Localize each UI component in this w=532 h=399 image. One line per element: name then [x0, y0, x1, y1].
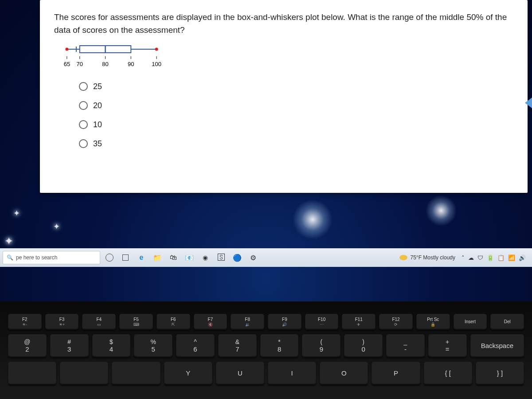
key-f11: F11✈ [342, 314, 376, 330]
radio-icon [79, 139, 88, 148]
key-7: &7 [218, 334, 257, 357]
key-blank [60, 362, 108, 385]
option-20[interactable]: 20 [79, 101, 513, 110]
tick-label: 80 [102, 61, 108, 67]
store-icon[interactable]: 🛍 [167, 251, 180, 264]
key-f10: F10⋯ [305, 314, 339, 330]
key-f8: F8🔉 [231, 314, 264, 330]
app-icon-2[interactable]: 🔵 [231, 251, 244, 264]
task-view-icon[interactable] [119, 251, 132, 264]
key-f12: F12⟳ [379, 314, 413, 330]
svg-point-2 [65, 47, 68, 51]
tick-label: 90 [128, 61, 134, 67]
key-f9: F9🔊 [268, 314, 301, 330]
tick-label: 65 [64, 61, 70, 67]
weather-text: 75°F Mostly cloudy [410, 254, 455, 261]
key-blank [8, 362, 56, 385]
tick-label: 70 [77, 61, 83, 67]
weather-widget[interactable]: 75°F Mostly cloudy [399, 254, 455, 261]
clipboard-icon[interactable]: 📋 [497, 254, 505, 261]
boxplot-chart: 65 70 80 90 100 [54, 43, 169, 70]
search-icon: 🔍 [7, 254, 13, 261]
taskbar-search[interactable]: 🔍 pe here to search [3, 251, 100, 264]
weather-icon [399, 255, 407, 260]
keyboard-number-row: @2#3$4%5^6&7*8(9)0_-+=Backspace [8, 334, 524, 357]
search-placeholder: pe here to search [16, 254, 57, 261]
volume-icon[interactable]: 🔊 [519, 254, 526, 261]
key--: _- [386, 334, 425, 357]
key-u: U [216, 362, 264, 385]
key-2: @2 [8, 334, 47, 357]
key-=: += [428, 334, 467, 357]
radio-icon [79, 82, 88, 91]
chrome-icon[interactable]: ◉ [199, 251, 212, 264]
question-text: The scores for assessments are displayed… [54, 11, 513, 37]
key-backspace: Backspace [470, 334, 524, 357]
cortana-icon[interactable] [103, 251, 116, 264]
key-5: %5 [134, 334, 172, 357]
key-: } ] [476, 362, 524, 385]
key-insert: Insert [454, 314, 487, 330]
keyboard-qwerty-row: YUIOP{ [} ] [8, 362, 524, 385]
key-f3: F3☀+ [45, 314, 79, 330]
security-icon[interactable]: 🛡 [477, 254, 483, 261]
tick-label: 100 [152, 61, 161, 67]
answer-options: 25 20 10 35 [79, 82, 513, 149]
wifi-icon[interactable]: 📶 [508, 254, 515, 261]
key-: { [ [424, 362, 472, 385]
chevron-up-icon[interactable]: ˄ [462, 254, 465, 261]
onedrive-icon[interactable]: ☁ [468, 254, 474, 261]
app-icon-1[interactable]: 🅂 [215, 251, 228, 264]
quiz-card: The scores for assessments are displayed… [40, 0, 528, 193]
key-4: $4 [92, 334, 131, 357]
key-del: Del [490, 314, 524, 330]
key-3: #3 [50, 334, 89, 357]
key-y: Y [164, 362, 212, 385]
option-10[interactable]: 10 [79, 120, 513, 129]
physical-keyboard: F2☀-F3☀+F4▭F5⌨F6⇱F7🔇F8🔉F9🔊F10⋯F11✈F12⟳Pr… [0, 301, 532, 399]
option-label: 10 [93, 120, 102, 129]
key-f4: F4▭ [82, 314, 116, 330]
mail-icon[interactable]: 📧 [183, 251, 196, 264]
key-f7: F7🔇 [194, 314, 227, 330]
option-25[interactable]: 25 [79, 82, 513, 91]
system-tray[interactable]: ˄ ☁ 🛡 🔋 📋 📶 🔊 [458, 254, 529, 261]
key-o: O [320, 362, 368, 385]
radio-icon [79, 120, 88, 129]
edge-icon[interactable]: e [135, 251, 148, 264]
key-0: )0 [344, 334, 383, 357]
key-prtsc: Prt Sc🔒 [416, 314, 450, 330]
option-label: 20 [93, 101, 102, 110]
battery-icon[interactable]: 🔋 [487, 254, 494, 261]
key-f6: F6⇱ [156, 314, 190, 330]
key-6: ^6 [176, 334, 215, 357]
option-label: 25 [93, 82, 102, 91]
settings-icon[interactable]: ⚙ [246, 251, 260, 264]
taskbar: 🔍 pe here to search e 📁 🛍 📧 ◉ 🅂 🔵 ⚙ 75°F… [0, 248, 532, 267]
file-explorer-icon[interactable]: 📁 [151, 251, 164, 264]
key-8: *8 [260, 334, 299, 357]
key-9: (9 [302, 334, 340, 357]
key-blank [112, 362, 160, 385]
key-p: P [372, 362, 420, 385]
option-35[interactable]: 35 [79, 139, 513, 149]
keyboard-function-row: F2☀-F3☀+F4▭F5⌨F6⇱F7🔇F8🔉F9🔊F10⋯F11✈F12⟳Pr… [8, 314, 524, 330]
key-i: I [268, 362, 316, 385]
radio-icon [79, 101, 88, 110]
option-label: 35 [93, 139, 102, 149]
svg-point-3 [155, 47, 158, 51]
key-f2: F2☀- [8, 314, 42, 330]
key-f5: F5⌨ [119, 314, 153, 330]
